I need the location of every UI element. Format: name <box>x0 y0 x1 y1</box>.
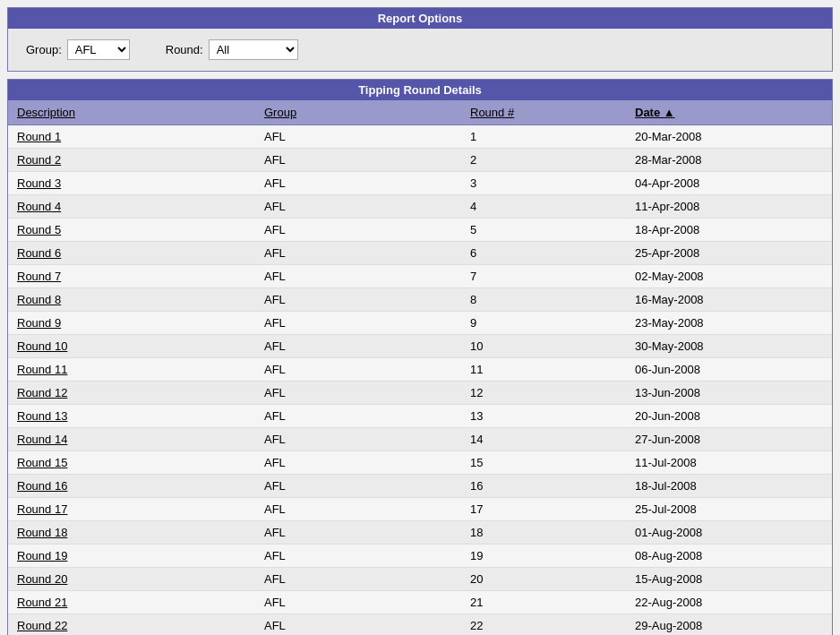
cell-round: 4 <box>461 195 626 219</box>
round-link[interactable]: Round 7 <box>17 270 61 283</box>
cell-description: Round 12 <box>8 382 255 405</box>
round-link[interactable]: Round 21 <box>17 596 67 609</box>
round-link[interactable]: Round 4 <box>17 200 61 213</box>
cell-date: 22-Aug-2008 <box>626 591 832 614</box>
cell-round: 22 <box>461 614 626 636</box>
cell-date: 29-Aug-2008 <box>626 614 832 636</box>
cell-description: Round 2 <box>8 149 255 172</box>
round-link[interactable]: Round 10 <box>17 339 67 353</box>
cell-round: 8 <box>461 288 626 312</box>
round-link[interactable]: Round 15 <box>17 456 67 469</box>
group-select[interactable]: AFLNRLOther <box>67 39 130 60</box>
table-row: Round 10AFL1030-May-2008 <box>8 335 832 358</box>
cell-date: 25-Jul-2008 <box>626 498 832 521</box>
cell-date: 02-May-2008 <box>626 265 832 288</box>
cell-round: 3 <box>461 172 626 195</box>
table-row: Round 8AFL816-May-2008 <box>8 288 832 312</box>
tipping-section: Tipping Round Details Description Group … <box>7 79 833 635</box>
cell-round: 14 <box>461 428 626 451</box>
cell-group: AFL <box>255 265 461 288</box>
cell-date: 11-Jul-2008 <box>626 451 832 475</box>
table-row: Round 19AFL1908-Aug-2008 <box>8 545 832 568</box>
cell-round: 7 <box>461 265 626 288</box>
cell-round: 18 <box>461 521 626 545</box>
round-link[interactable]: Round 5 <box>17 223 61 236</box>
table-row: Round 1AFL120-Mar-2008 <box>8 125 832 149</box>
cell-date: 18-Apr-2008 <box>626 219 832 242</box>
cell-group: AFL <box>255 125 461 149</box>
cell-round: 19 <box>461 545 626 568</box>
cell-description: Round 1 <box>8 125 255 149</box>
table-row: Round 18AFL1801-Aug-2008 <box>8 521 832 545</box>
round-link[interactable]: Round 3 <box>17 176 61 190</box>
cell-description: Round 17 <box>8 498 255 521</box>
round-link[interactable]: Round 6 <box>17 246 61 260</box>
table-row: Round 17AFL1725-Jul-2008 <box>8 498 832 521</box>
round-link[interactable]: Round 20 <box>17 572 67 586</box>
table-row: Round 20AFL2015-Aug-2008 <box>8 568 832 591</box>
cell-round: 1 <box>461 125 626 149</box>
cell-group: AFL <box>255 568 461 591</box>
cell-description: Round 10 <box>8 335 255 358</box>
cell-group: AFL <box>255 288 461 312</box>
cell-group: AFL <box>255 382 461 405</box>
tipping-table: Description Group Round # Date ▲ Round 1… <box>8 100 832 635</box>
round-link[interactable]: Round 17 <box>17 502 67 516</box>
round-link[interactable]: Round 2 <box>17 153 61 167</box>
cell-description: Round 16 <box>8 475 255 498</box>
col-header-round[interactable]: Round # <box>461 100 626 125</box>
round-select[interactable]: All12345 <box>209 39 298 60</box>
cell-round: 21 <box>461 591 626 614</box>
cell-date: 11-Apr-2008 <box>626 195 832 219</box>
cell-description: Round 5 <box>8 219 255 242</box>
round-link[interactable]: Round 12 <box>17 386 67 399</box>
cell-round: 12 <box>461 382 626 405</box>
round-link[interactable]: Round 13 <box>17 409 67 423</box>
cell-round: 15 <box>461 451 626 475</box>
cell-group: AFL <box>255 521 461 545</box>
table-row: Round 6AFL625-Apr-2008 <box>8 242 832 265</box>
col-header-date[interactable]: Date ▲ <box>626 100 832 125</box>
page-wrapper: Report Options Group: AFLNRLOther Round:… <box>0 7 840 635</box>
cell-round: 5 <box>461 219 626 242</box>
group-form-group: Group: AFLNRLOther <box>26 39 130 60</box>
round-link[interactable]: Round 11 <box>17 363 67 376</box>
col-header-group[interactable]: Group <box>255 100 461 125</box>
round-link[interactable]: Round 16 <box>17 479 67 493</box>
table-header-row: Description Group Round # Date ▲ <box>8 100 832 125</box>
cell-group: AFL <box>255 545 461 568</box>
round-link[interactable]: Round 8 <box>17 293 61 306</box>
cell-date: 20-Mar-2008 <box>626 125 832 149</box>
round-label: Round: <box>166 43 203 56</box>
tipping-table-body: Round 1AFL120-Mar-2008Round 2AFL228-Mar-… <box>8 125 832 636</box>
report-options-title: Report Options <box>8 8 832 29</box>
round-link[interactable]: Round 9 <box>17 316 61 330</box>
round-link[interactable]: Round 22 <box>17 619 67 632</box>
cell-round: 9 <box>461 312 626 335</box>
col-header-description[interactable]: Description <box>8 100 255 125</box>
cell-date: 25-Apr-2008 <box>626 242 832 265</box>
cell-description: Round 21 <box>8 591 255 614</box>
cell-group: AFL <box>255 358 461 382</box>
cell-round: 16 <box>461 475 626 498</box>
table-row: Round 14AFL1427-Jun-2008 <box>8 428 832 451</box>
cell-description: Round 14 <box>8 428 255 451</box>
round-form-group: Round: All12345 <box>166 39 298 60</box>
cell-date: 15-Aug-2008 <box>626 568 832 591</box>
cell-description: Round 22 <box>8 614 255 636</box>
round-link[interactable]: Round 19 <box>17 549 67 562</box>
round-link[interactable]: Round 18 <box>17 526 67 539</box>
cell-group: AFL <box>255 219 461 242</box>
round-link[interactable]: Round 14 <box>17 433 67 446</box>
table-row: Round 12AFL1213-Jun-2008 <box>8 382 832 405</box>
cell-description: Round 18 <box>8 521 255 545</box>
round-link[interactable]: Round 1 <box>17 130 61 143</box>
cell-round: 13 <box>461 405 626 428</box>
cell-round: 17 <box>461 498 626 521</box>
cell-group: AFL <box>255 335 461 358</box>
table-row: Round 4AFL411-Apr-2008 <box>8 195 832 219</box>
cell-date: 20-Jun-2008 <box>626 405 832 428</box>
cell-date: 13-Jun-2008 <box>626 382 832 405</box>
cell-group: AFL <box>255 475 461 498</box>
table-row: Round 13AFL1320-Jun-2008 <box>8 405 832 428</box>
